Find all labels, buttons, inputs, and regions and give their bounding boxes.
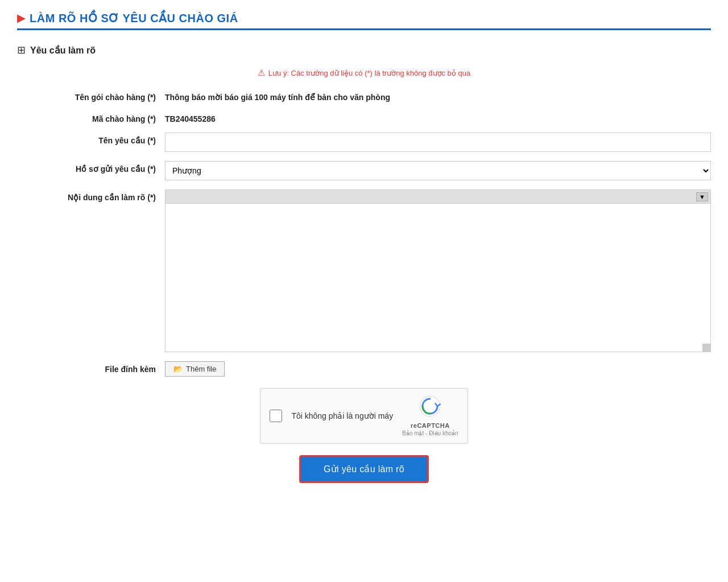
textarea-resize-handle[interactable] — [702, 344, 710, 352]
page-title-bar: ▶ LÀM RÕ HỒ SƠ YÊU CẦU CHÀO GIÁ — [17, 11, 711, 30]
submit-row: Gửi yêu cầu làm rõ — [17, 455, 711, 483]
noi-dung-textarea[interactable] — [166, 204, 710, 352]
captcha-label: Tôi không phải là người máy — [291, 411, 393, 420]
add-file-label: Thêm file — [186, 365, 216, 373]
grid-icon: ⊞ — [17, 44, 26, 56]
warning-icon: ⚠ — [258, 68, 265, 78]
ten-goi-chao-hang-label: Tên gói chào hàng (*) — [17, 89, 165, 102]
textarea-container: ▼ — [165, 189, 711, 352]
notice-row: ⚠ Lưu ý: Các trường dữ liệu có (*) là tr… — [17, 68, 711, 78]
notice-text: ⚠ Lưu ý: Các trường dữ liệu có (*) là tr… — [258, 68, 470, 78]
page-title: LÀM RÕ HỒ SƠ YÊU CẦU CHÀO GIÁ — [30, 11, 238, 25]
noi-dung-lam-ro-wrapper: ▼ — [165, 189, 711, 352]
submit-button[interactable]: Gửi yêu cầu làm rõ — [299, 455, 429, 483]
ma-chao-hang-label: Mã chào hàng (*) — [17, 111, 165, 123]
captcha-checkbox[interactable] — [270, 410, 282, 422]
ma-chao-hang-value: TB240455286 — [165, 111, 711, 123]
captcha-row: Tôi không phải là người máy reCAPTCHA Bả… — [17, 388, 711, 444]
toolbar-dropdown-btn[interactable]: ▼ — [696, 192, 708, 201]
captcha-box: Tôi không phải là người máy reCAPTCHA Bả… — [260, 388, 468, 444]
ma-chao-hang-row: Mã chào hàng (*) TB240455286 — [17, 111, 711, 123]
captcha-logo: reCAPTCHA Bảo mật - Điều khoản — [402, 395, 458, 436]
noi-dung-lam-ro-row: Nội dung cần làm rõ (*) ▼ — [17, 189, 711, 352]
form: Tên gói chào hàng (*) Thông báo mời báo … — [17, 89, 711, 377]
recaptcha-brand: reCAPTCHA — [411, 422, 450, 429]
ho-so-gui-yeu-cau-select-wrapper: Phượng — [165, 161, 711, 180]
ten-goi-chao-hang-row: Tên gói chào hàng (*) Thông báo mời báo … — [17, 89, 711, 102]
ten-yeu-cau-input-wrapper — [165, 133, 711, 152]
noi-dung-lam-ro-label: Nội dung cần làm rõ (*) — [17, 189, 165, 202]
folder-icon: 📂 — [173, 365, 183, 373]
ten-yeu-cau-label: Tên yêu cầu (*) — [17, 133, 165, 145]
ho-so-gui-yeu-cau-label: Hồ sơ gửi yêu cầu (*) — [17, 161, 165, 174]
recaptcha-icon — [419, 395, 441, 421]
title-arrow-icon: ▶ — [17, 12, 25, 24]
file-dinh-kem-label: File đính kèm — [17, 365, 165, 374]
textarea-toolbar: ▼ — [166, 190, 710, 204]
ten-goi-chao-hang-value: Thông báo mời báo giá 100 máy tính để bà… — [165, 89, 711, 102]
ho-so-gui-yeu-cau-row: Hồ sơ gửi yêu cầu (*) Phượng — [17, 161, 711, 180]
section-title: Yêu cầu làm rõ — [30, 45, 96, 56]
ten-yeu-cau-row: Tên yêu cầu (*) — [17, 133, 711, 152]
file-dinh-kem-row: File đính kèm 📂 Thêm file — [17, 361, 711, 377]
notice-label: Lưu ý: Các trường dữ liệu có (*) là trườ… — [268, 69, 470, 77]
ho-so-gui-yeu-cau-select[interactable]: Phượng — [165, 161, 711, 180]
add-file-button[interactable]: 📂 Thêm file — [165, 361, 225, 377]
section-header: ⊞ Yêu cầu làm rõ — [17, 44, 711, 56]
ten-yeu-cau-input[interactable] — [165, 133, 711, 152]
recaptcha-links: Bảo mật - Điều khoản — [402, 430, 458, 436]
